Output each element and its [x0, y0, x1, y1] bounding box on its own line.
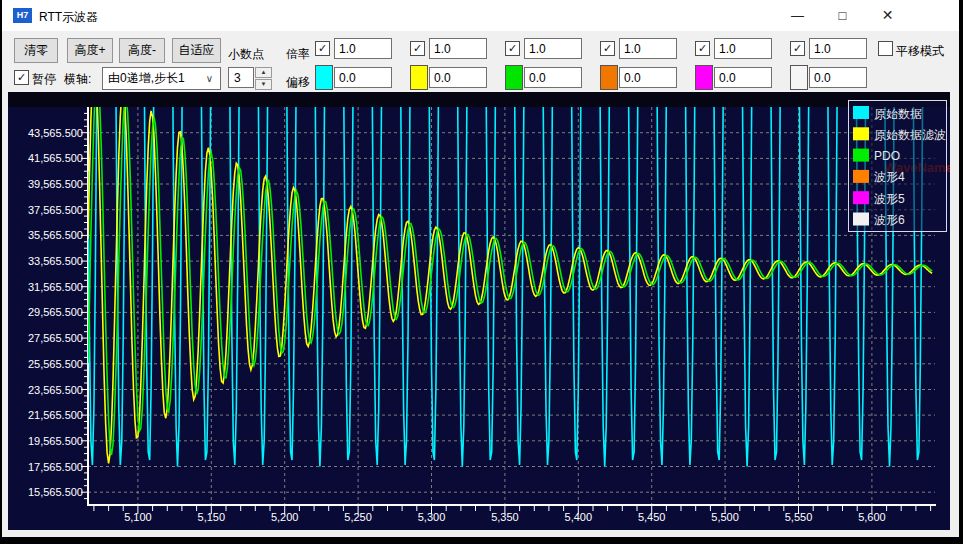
x-axis-label: 5,200 — [271, 511, 299, 523]
x-axis-label: 5,150 — [198, 511, 226, 523]
channel-4-enable-checkbox[interactable]: ✓ — [600, 41, 615, 56]
legend-swatch-6 — [853, 213, 869, 226]
decimal-spinner-input[interactable] — [228, 67, 254, 88]
x-axis-label: 5,400 — [565, 511, 593, 523]
channel-2-rate-input[interactable] — [429, 38, 487, 59]
legend-swatch-3 — [853, 149, 869, 162]
legend-swatch-5 — [853, 191, 869, 204]
window-title: RTT示波器 — [39, 9, 98, 26]
y-axis-label: 39,565.500 — [28, 178, 83, 190]
x-axis-label: 5,600 — [858, 511, 886, 523]
y-axis-label: 21,565.500 — [28, 409, 83, 421]
channel-1-rate-input[interactable] — [334, 38, 392, 59]
channel-6-rate-input[interactable] — [809, 38, 867, 59]
decimal-label: 小数点 — [228, 46, 264, 63]
haxis-combobox[interactable]: 由0递增,步长1 ∨ — [102, 67, 221, 90]
channel-6-color-swatch[interactable] — [790, 65, 808, 90]
x-axis-label: 5,450 — [638, 511, 666, 523]
plot-top-band — [8, 92, 950, 107]
legend-label-4: 波形4 — [874, 170, 905, 184]
pan-mode-label: 平移模式 — [896, 43, 944, 60]
haxis-label: 横轴: — [64, 71, 91, 88]
channel-1-offset-input[interactable] — [334, 67, 392, 88]
app-window: H7 RTT示波器 — □ ✕ 清零 高度+ 高度- 自适应 小数点 倍率 平移… — [2, 0, 959, 537]
close-button[interactable]: ✕ — [865, 0, 910, 31]
x-axis-label: 5,500 — [711, 511, 739, 523]
channel-5-rate-input[interactable] — [714, 38, 772, 59]
channel-5-enable-checkbox[interactable]: ✓ — [695, 41, 710, 56]
minimize-button[interactable]: — — [775, 0, 820, 31]
title-bar: H7 RTT示波器 — □ ✕ — [2, 0, 959, 31]
rate-label: 倍率 — [286, 46, 310, 63]
app-icon: H7 — [13, 8, 32, 23]
legend-swatch-2 — [853, 127, 869, 140]
spinner-up-button[interactable]: ▲ — [255, 67, 272, 78]
x-axis-label: 5,550 — [785, 511, 813, 523]
y-axis-label: 41,565.500 — [28, 152, 83, 164]
legend-swatch-1 — [853, 106, 869, 119]
toolbar: 清零 高度+ 高度- 自适应 小数点 倍率 平移模式 ✓ 暂停 横轴: 由0递增… — [2, 31, 959, 92]
plot-area[interactable]: WaveName43,565.50041,565.50039,565.50037… — [8, 92, 950, 530]
x-axis-label: 5,300 — [418, 511, 446, 523]
channel-2-enable-checkbox[interactable]: ✓ — [410, 41, 425, 56]
offset-label: 偏移 — [286, 74, 310, 91]
y-axis-label: 29,565.500 — [28, 306, 83, 318]
y-axis-label: 33,565.500 — [28, 255, 83, 267]
x-axis-label: 5,100 — [124, 511, 152, 523]
legend-label-3: PDO — [874, 149, 900, 163]
height-plus-button[interactable]: 高度+ — [67, 38, 113, 63]
channel-2-color-swatch[interactable] — [410, 65, 428, 90]
y-axis-label: 27,565.500 — [28, 332, 83, 344]
channel-1-color-swatch[interactable] — [315, 65, 333, 90]
y-axis-label: 35,565.500 — [28, 229, 83, 241]
pan-mode-checkbox[interactable] — [878, 41, 893, 56]
channel-3-offset-input[interactable] — [524, 67, 582, 88]
channel-6-enable-checkbox[interactable]: ✓ — [790, 41, 805, 56]
channel-3-color-swatch[interactable] — [505, 65, 523, 90]
channel-3-enable-checkbox[interactable]: ✓ — [505, 41, 520, 56]
y-axis-label: 19,565.500 — [28, 435, 83, 447]
legend-label-6: 波形6 — [874, 213, 905, 227]
y-axis-label: 23,565.500 — [28, 384, 83, 396]
oscilloscope-chart: WaveName43,565.50041,565.50039,565.50037… — [8, 92, 950, 530]
haxis-combobox-value: 由0递增,步长1 — [108, 71, 185, 85]
channel-3-rate-input[interactable] — [524, 38, 582, 59]
y-axis-label: 31,565.500 — [28, 281, 83, 293]
spinner-down-button[interactable]: ▼ — [255, 79, 272, 90]
legend-swatch-4 — [853, 170, 869, 183]
height-minus-button[interactable]: 高度- — [119, 38, 165, 63]
pause-checkbox[interactable]: ✓ — [14, 70, 29, 85]
y-axis-label: 17,565.500 — [28, 461, 83, 473]
legend-label-5: 波形5 — [874, 192, 905, 206]
x-axis-label: 5,250 — [344, 511, 372, 523]
clear-button[interactable]: 清零 — [14, 38, 58, 63]
legend: 原始数据原始数据滤波PDO波形4波形5波形6 — [849, 101, 947, 232]
channel-5-color-swatch[interactable] — [695, 65, 713, 90]
channel-4-color-swatch[interactable] — [600, 65, 618, 90]
chevron-down-icon: ∨ — [206, 68, 213, 89]
legend-label-2: 原始数据滤波 — [874, 128, 946, 142]
y-axis-label: 15,565.500 — [28, 486, 83, 498]
maximize-button[interactable]: □ — [820, 0, 865, 31]
x-axis-label: 5,350 — [491, 511, 519, 523]
channel-2-offset-input[interactable] — [429, 67, 487, 88]
y-axis-label: 43,565.500 — [28, 127, 83, 139]
channel-4-offset-input[interactable] — [619, 67, 677, 88]
channel-6-offset-input[interactable] — [809, 67, 867, 88]
y-axis-label: 37,565.500 — [28, 204, 83, 216]
legend-label-1: 原始数据 — [874, 107, 922, 121]
channel-5-offset-input[interactable] — [714, 67, 772, 88]
channel-4-rate-input[interactable] — [619, 38, 677, 59]
pause-label: 暂停 — [32, 71, 56, 88]
auto-fit-button[interactable]: 自适应 — [172, 38, 221, 63]
channel-1-enable-checkbox[interactable]: ✓ — [315, 41, 330, 56]
y-axis-label: 25,565.500 — [28, 358, 83, 370]
